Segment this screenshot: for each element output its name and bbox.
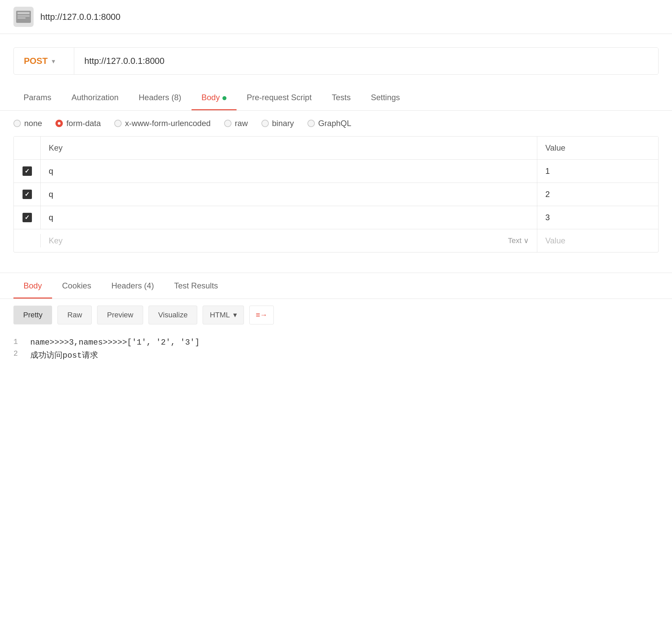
raw-button[interactable]: Raw	[57, 306, 92, 324]
radio-graphql[interactable]: GraphQL	[308, 119, 352, 128]
row1-checkbox-cell: ✓	[14, 160, 41, 183]
format-selector[interactable]: HTML ▾	[202, 306, 244, 324]
line-content-1: name>>>>3,names>>>>>['1', '2', '3']	[30, 338, 199, 347]
response-section: Body Cookies Headers (4) Test Results Pr…	[0, 273, 672, 370]
radio-circle-none	[14, 120, 21, 127]
app-header: http://127.0.0.1:8000	[0, 0, 672, 34]
request-tabs-nav: Params Authorization Headers (8) Body Pr…	[0, 85, 672, 111]
table-row: ✓ q 1	[14, 160, 658, 183]
tab-tests[interactable]: Tests	[322, 85, 361, 110]
table-row: ✓ q 3	[14, 206, 658, 229]
placeholder-value[interactable]: Value	[537, 229, 658, 252]
svg-rect-4	[18, 18, 26, 19]
wrap-button[interactable]: ≡→	[249, 306, 274, 324]
radio-circle-x-www	[114, 120, 122, 127]
line-num-1: 1	[14, 338, 30, 346]
row3-key[interactable]: q	[41, 206, 537, 229]
response-body: 1 name>>>>3,names>>>>>['1', '2', '3'] 2 …	[0, 331, 672, 370]
radio-form-data[interactable]: form-data	[55, 119, 101, 128]
preview-button[interactable]: Preview	[97, 306, 143, 324]
row1-value[interactable]: 1	[537, 160, 658, 183]
line-num-2: 2	[14, 350, 30, 358]
row1-checkbox[interactable]: ✓	[23, 166, 32, 176]
tab-authorization[interactable]: Authorization	[62, 85, 129, 110]
table-row: ✓ q 2	[14, 183, 658, 206]
radio-circle-binary	[261, 120, 269, 127]
response-tabs-nav: Body Cookies Headers (4) Test Results	[0, 273, 672, 299]
response-toolbar: Pretty Raw Preview Visualize HTML ▾ ≡→	[0, 299, 672, 331]
postman-icon	[14, 7, 33, 27]
tab-body[interactable]: Body	[192, 85, 237, 110]
table-header: Key Value	[14, 137, 658, 160]
row2-key[interactable]: q	[41, 183, 537, 206]
row2-checkbox-cell: ✓	[14, 183, 41, 206]
body-options: none form-data x-www-form-urlencoded raw…	[0, 111, 672, 136]
th-checkbox	[14, 137, 41, 159]
body-active-dot	[222, 96, 226, 100]
resp-tab-cookies[interactable]: Cookies	[52, 273, 101, 299]
method-label: POST	[24, 56, 48, 66]
response-line-2: 2 成功访问post请求	[14, 350, 658, 360]
resp-tab-body[interactable]: Body	[14, 273, 52, 299]
text-type-dropdown[interactable]: Text ∨	[508, 236, 529, 245]
row2-value[interactable]: 2	[537, 183, 658, 206]
app-url: http://127.0.0.1:8000	[40, 12, 121, 22]
radio-x-www-form-urlencoded[interactable]: x-www-form-urlencoded	[114, 119, 211, 128]
tab-headers[interactable]: Headers (8)	[129, 85, 192, 110]
form-data-table: Key Value ✓ q 1 ✓ q 2 ✓ q 3	[14, 136, 658, 253]
placeholder-row: Key Text ∨ Value	[14, 229, 658, 252]
svg-rect-2	[18, 12, 29, 14]
radio-binary[interactable]: binary	[261, 119, 294, 128]
th-value: Value	[537, 137, 658, 159]
placeholder-key-text: Key	[49, 236, 63, 246]
tab-pre-request-script[interactable]: Pre-request Script	[237, 85, 321, 110]
pretty-button[interactable]: Pretty	[14, 306, 52, 324]
radio-none[interactable]: none	[14, 119, 42, 128]
method-chevron-icon: ▾	[52, 57, 55, 65]
tab-params[interactable]: Params	[14, 85, 62, 110]
url-input[interactable]	[74, 48, 658, 74]
row1-key[interactable]: q	[41, 160, 537, 183]
row2-checkbox[interactable]: ✓	[23, 190, 32, 199]
placeholder-key[interactable]: Key Text ∨	[41, 229, 537, 252]
svg-rect-3	[18, 16, 29, 17]
request-bar: POST ▾	[14, 47, 658, 75]
radio-circle-form-data	[55, 120, 63, 127]
row3-checkbox-cell: ✓	[14, 206, 41, 229]
method-selector[interactable]: POST ▾	[14, 48, 74, 74]
radio-circle-graphql	[308, 120, 315, 127]
line-content-2: 成功访问post请求	[30, 350, 98, 360]
tab-settings[interactable]: Settings	[361, 85, 410, 110]
radio-circle-raw	[224, 120, 232, 127]
resp-tab-test-results[interactable]: Test Results	[164, 273, 228, 299]
response-line-1: 1 name>>>>3,names>>>>>['1', '2', '3']	[14, 338, 658, 347]
th-key: Key	[41, 137, 537, 159]
row3-value[interactable]: 3	[537, 206, 658, 229]
resp-tab-headers[interactable]: Headers (4)	[101, 273, 164, 299]
row3-checkbox[interactable]: ✓	[23, 213, 32, 222]
radio-raw[interactable]: raw	[224, 119, 248, 128]
visualize-button[interactable]: Visualize	[148, 306, 197, 324]
placeholder-checkbox-cell	[14, 234, 41, 248]
